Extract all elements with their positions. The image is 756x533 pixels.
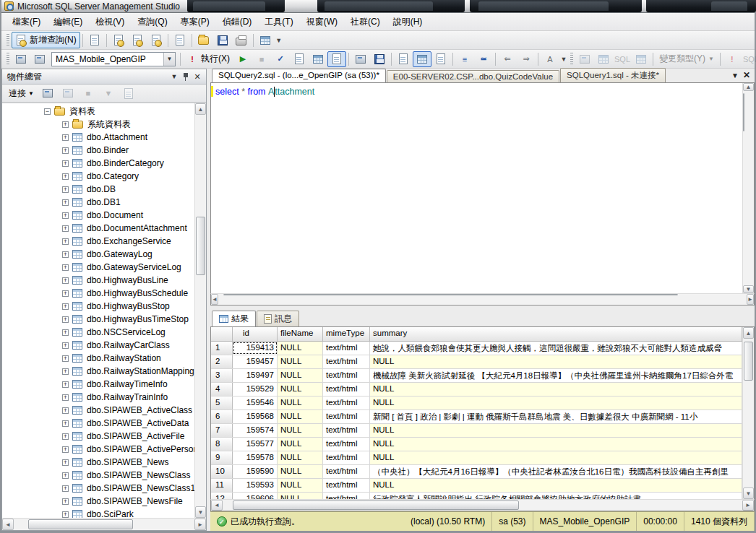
filename-cell[interactable]: NULL [278,342,323,355]
connect-object-button[interactable] [38,85,57,101]
editor-vertical-scrollbar[interactable]: ▲ ▼ [742,83,754,293]
toolbar-grip[interactable] [7,34,9,47]
summary-cell[interactable]: NULL [370,451,742,464]
include-actual-plan-button[interactable] [351,51,370,67]
id-cell[interactable]: 159413 [233,342,278,355]
xmla-query-button[interactable] [147,32,166,48]
expand-icon[interactable]: + [62,407,69,414]
sql-editor[interactable]: select * from Attachment [211,83,742,293]
expand-icon[interactable]: + [62,355,69,362]
expand-icon[interactable]: + [62,420,69,427]
summary-cell[interactable]: 行政院發言人新聞說明指出 行政院各相關部會將協助地方政府的協助計畫 [370,493,742,499]
tree-item[interactable]: +dbo.SIPAWEB_ActivePerson [2,443,194,456]
verify-sql-button[interactable]: SQL [742,51,756,67]
new-document-button[interactable] [85,32,104,48]
expand-icon[interactable]: + [62,498,69,505]
close-icon[interactable]: ✕ [192,72,203,82]
expand-icon[interactable]: + [62,485,69,492]
menu-project[interactable]: 專案(P) [174,14,216,30]
show-criteria-pane-button[interactable] [632,51,650,67]
filename-cell[interactable]: NULL [278,438,323,451]
scroll-right-icon[interactable]: ► [194,519,206,530]
database-combobox[interactable]: MAS_Mobile_OpenGIP ▼ [51,52,176,66]
tree-item[interactable]: +dbo.Document [2,209,194,222]
designer-execute-button[interactable]: ! [723,51,742,67]
query-options-button[interactable] [309,51,327,67]
row-number-cell[interactable]: 10 [211,465,233,478]
menu-file[interactable]: 檔案(F) [6,14,47,30]
row-number-cell[interactable]: 6 [211,410,233,423]
pin-icon[interactable] [180,72,192,82]
disconnect-object-button[interactable] [59,85,77,101]
expand-icon[interactable]: + [62,394,69,401]
editor-horizontal-scrollbar[interactable]: ◄ ► [210,293,755,306]
id-cell[interactable]: 159606 [233,493,278,499]
scroll-down-icon[interactable]: ▼ [743,285,754,293]
expand-icon[interactable]: + [62,199,69,206]
tree-item[interactable]: +dbo.HighwayBusStop [2,300,194,313]
summary-cell[interactable]: （中央社）【大紀元4月16日報導】（中央社記者林孟汝台北16日電）我國高科技設備… [370,465,742,478]
filename-cell[interactable]: NULL [278,479,323,492]
scroll-left-icon[interactable]: ◄ [211,500,223,511]
tab-sqlquery2[interactable]: SQLQuery2.sql - (lo...e_OpenGIP (sa (53)… [212,69,386,82]
mimetype-cell[interactable]: text/html [323,369,370,382]
show-diagram-pane-button[interactable] [575,51,594,67]
specify-values-button[interactable]: A [541,51,559,67]
id-cell[interactable]: 159578 [233,451,278,464]
intellisense-enabled-button[interactable] [327,51,346,67]
id-cell[interactable]: 159593 [233,479,278,492]
tree-item[interactable]: +系統資料表 [2,118,194,131]
tab-list-dropdown-icon[interactable]: ▼ [731,72,739,79]
grid-corner-cell[interactable] [211,327,233,341]
mimetype-cell[interactable]: text/html [323,465,370,478]
expand-icon[interactable]: + [62,134,69,141]
tree-item[interactable]: +dbo.RailwayTimeInfo [2,378,194,391]
id-cell[interactable]: 159457 [233,355,278,368]
tree-item[interactable]: +dbo.SIPAWEB_ActiveFile [2,430,194,443]
row-number-cell[interactable]: 1 [211,342,233,355]
results-to-text-button[interactable] [394,51,413,67]
mimetype-cell[interactable]: text/html [323,424,370,437]
dmx-query-button[interactable] [128,32,147,48]
results-to-file-button[interactable] [431,51,450,67]
tree-item[interactable]: +dbo.SIPAWEB_ActiveClass [2,404,194,417]
scrollbar-thumb[interactable] [743,93,744,132]
scroll-down-icon[interactable]: ▼ [195,506,206,518]
filename-cell[interactable]: NULL [278,355,323,368]
filename-cell[interactable]: NULL [278,493,323,499]
tree-item[interactable]: +dbo.Attachment [2,131,194,144]
open-file-button[interactable] [194,32,213,48]
summary-cell[interactable]: NULL [370,355,742,368]
row-number-cell[interactable]: 4 [211,383,233,396]
tree-item[interactable]: +dbo.DB [2,183,194,196]
filename-cell[interactable]: NULL [278,369,323,382]
tree-item[interactable]: +dbo.SIPAWEB_NewsFile [2,495,194,508]
row-number-cell[interactable]: 12 [211,493,233,499]
summary-cell[interactable]: NULL [370,424,742,437]
expand-icon[interactable]: + [62,511,69,518]
change-type-button[interactable]: 變更類型(Y) ▼ [656,51,718,67]
grid-column-header[interactable]: summary [370,327,742,341]
filename-cell[interactable]: NULL [278,465,323,478]
expand-icon[interactable]: + [62,173,69,180]
expand-icon[interactable]: + [62,342,69,349]
expand-icon[interactable]: + [62,290,69,297]
grid-column-header[interactable]: fileName [278,327,323,341]
scroll-down-icon[interactable]: ▼ [743,488,754,499]
row-number-cell[interactable]: 5 [211,396,233,410]
expand-icon[interactable]: + [62,225,69,232]
title-bar[interactable]: Microsoft SQL Server Management Studio [1,0,755,13]
expand-icon[interactable]: + [62,329,69,336]
menu-debug[interactable]: 偵錯(D) [216,14,259,30]
execute-button[interactable]: ! 執行(X) [183,51,233,67]
menu-window[interactable]: 視窗(W) [300,14,344,30]
expand-icon[interactable]: + [62,121,69,128]
filename-cell[interactable]: NULL [278,383,323,396]
tree-item[interactable]: +dbo.NSCServiceLog [2,326,194,339]
toolbar-grip[interactable] [570,53,573,66]
id-cell[interactable]: 159577 [233,438,278,451]
activity-monitor-button[interactable] [256,32,275,48]
tree-item[interactable]: +dbo.GatewayLog [2,248,194,261]
uncomment-button[interactable]: ≃ [474,51,493,67]
expand-icon[interactable]: + [62,381,69,388]
